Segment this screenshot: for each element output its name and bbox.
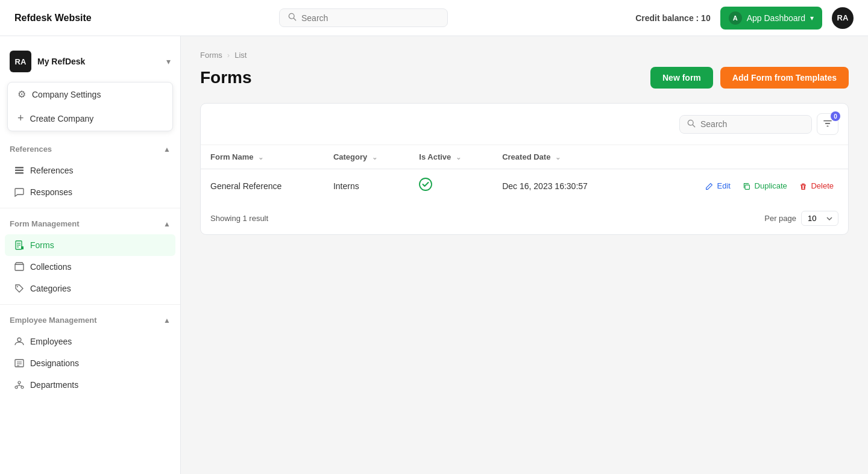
- sidebar-avatar: RA: [10, 51, 31, 72]
- cell-form-name: General Reference: [201, 169, 324, 203]
- edit-button[interactable]: Edit: [700, 179, 735, 193]
- svg-point-11: [17, 338, 21, 341]
- main-content: Forms › List Forms New form Add Form fro…: [181, 36, 868, 474]
- departments-label: Departments: [30, 380, 78, 390]
- employees-label: Employees: [30, 337, 72, 346]
- sidebar-item-categories[interactable]: Categories: [5, 278, 175, 299]
- filter-count-badge: 0: [831, 111, 840, 121]
- delete-button[interactable]: Delete: [794, 179, 838, 193]
- forms-table: Form Name ⌄ Category ⌄ Is Active ⌄ Cre: [201, 145, 848, 202]
- header-actions: New form Add Form from Templates: [650, 67, 849, 89]
- sort-icon: ⌄: [258, 154, 263, 161]
- page-title: Forms: [200, 68, 252, 87]
- svg-point-17: [15, 386, 17, 388]
- list-icon: [14, 166, 24, 175]
- categories-label: Categories: [30, 284, 71, 293]
- table-search-bar[interactable]: [679, 115, 812, 134]
- svg-point-10: [17, 286, 18, 287]
- breadcrumb-separator: ›: [227, 51, 230, 60]
- sidebar-item-responses[interactable]: Responses: [5, 181, 175, 203]
- delete-icon: [799, 181, 811, 190]
- chevron-down-icon: ▾: [810, 14, 814, 22]
- column-form-name: Form Name ⌄: [201, 145, 324, 169]
- svg-line-23: [693, 125, 695, 127]
- per-page-control: Per page 10 25 50 100: [764, 211, 838, 226]
- new-form-button[interactable]: New form: [650, 67, 713, 89]
- sidebar-item-departments[interactable]: Departments: [5, 374, 175, 396]
- svg-rect-2: [15, 167, 24, 169]
- departments-icon: [14, 380, 24, 390]
- topbar: Refdesk Website Credit balance : 10 A Ap…: [0, 0, 868, 36]
- active-check-icon: [419, 180, 432, 193]
- responses-label: Responses: [30, 187, 72, 197]
- svg-rect-25: [745, 185, 749, 189]
- layout: RA My RefDesk ▾ ⚙ Company Settings + Cre…: [0, 36, 868, 474]
- table-toolbar: 0: [201, 104, 848, 145]
- sidebar: RA My RefDesk ▾ ⚙ Company Settings + Cre…: [0, 36, 181, 474]
- sort-icon: ⌄: [555, 154, 561, 161]
- sidebar-user-name: My RefDesk: [37, 57, 85, 66]
- breadcrumb-list: List: [234, 51, 247, 60]
- table-footer: Showing 1 result Per page 10 25 50 100: [201, 202, 848, 234]
- sidebar-item-collections[interactable]: Collections: [5, 256, 175, 278]
- user-avatar[interactable]: RA: [832, 7, 854, 29]
- search-input[interactable]: [301, 13, 439, 23]
- collections-label: Collections: [30, 262, 71, 272]
- sidebar-dropdown: ⚙ Company Settings + Create Company: [7, 82, 173, 131]
- column-category: Category ⌄: [324, 145, 409, 169]
- sidebar-item-references[interactable]: References: [5, 160, 175, 181]
- svg-line-21: [19, 385, 22, 386]
- sidebar-item-forms[interactable]: Forms: [5, 234, 175, 256]
- duplicate-button[interactable]: Duplicate: [738, 179, 792, 193]
- per-page-select[interactable]: 10 25 50 100: [801, 211, 838, 226]
- sidebar-section-references: References ▲ References Responses: [0, 139, 180, 203]
- app-dashboard-label: App Dashboard: [747, 13, 805, 23]
- search-bar[interactable]: [279, 8, 448, 27]
- form-icon: [14, 240, 24, 250]
- sidebar-company-settings[interactable]: ⚙ Company Settings: [8, 83, 172, 106]
- create-company-label: Create Company: [30, 114, 94, 123]
- gear-icon: ⚙: [17, 89, 26, 100]
- chevron-down-icon: ▾: [166, 57, 171, 66]
- chevron-up-icon: ▲: [163, 316, 171, 325]
- chevron-up-icon: ▲: [163, 220, 171, 228]
- logo: Refdesk Website: [14, 13, 92, 23]
- column-is-active: Is Active ⌄: [409, 145, 492, 169]
- breadcrumb: Forms › List: [200, 51, 849, 60]
- svg-rect-9: [21, 246, 24, 249]
- collection-icon: [14, 262, 24, 272]
- cell-category: Interns: [324, 169, 409, 203]
- sidebar-user[interactable]: RA My RefDesk ▾: [0, 46, 180, 82]
- svg-rect-3: [15, 170, 24, 172]
- app-dashboard-button[interactable]: A App Dashboard ▾: [720, 7, 822, 30]
- sidebar-create-company[interactable]: + Create Company: [8, 106, 172, 131]
- tag-icon: [14, 284, 24, 293]
- topbar-right: Credit balance : 10 A App Dashboard ▾ RA: [635, 7, 854, 30]
- sidebar-item-employees[interactable]: Employees: [5, 331, 175, 352]
- svg-rect-4: [15, 172, 24, 174]
- edit-icon: [705, 181, 717, 190]
- references-section-header[interactable]: References ▲: [0, 139, 180, 160]
- svg-point-24: [420, 178, 432, 190]
- form-management-section-header[interactable]: Form Management ▲: [0, 213, 180, 234]
- add-form-from-templates-button[interactable]: Add Form from Templates: [720, 67, 849, 89]
- showing-result-text: Showing 1 result: [210, 214, 268, 223]
- employee-management-section-header[interactable]: Employee Management ▲: [0, 310, 180, 331]
- chevron-up-icon: ▲: [163, 145, 171, 154]
- filter-button[interactable]: 0: [817, 113, 838, 135]
- sort-icon: ⌄: [456, 154, 461, 161]
- table-search-input[interactable]: [700, 119, 804, 129]
- sidebar-section-employee-management: Employee Management ▲ Employees Designat…: [0, 310, 180, 396]
- credit-balance: Credit balance : 10: [635, 13, 711, 23]
- search-icon: [687, 119, 696, 129]
- svg-line-20: [16, 385, 19, 386]
- forms-table-container: 0 Form Name ⌄ Category ⌄: [200, 103, 849, 235]
- employee-management-section-title: Employee Management: [10, 316, 97, 325]
- designations-label: Designations: [30, 358, 79, 368]
- plus-icon: +: [17, 112, 24, 125]
- sidebar-item-designations[interactable]: Designations: [5, 352, 175, 374]
- breadcrumb-forms[interactable]: Forms: [200, 51, 222, 60]
- per-page-label: Per page: [764, 214, 796, 223]
- cell-is-active: [409, 169, 492, 203]
- references-section-title: References: [10, 145, 52, 154]
